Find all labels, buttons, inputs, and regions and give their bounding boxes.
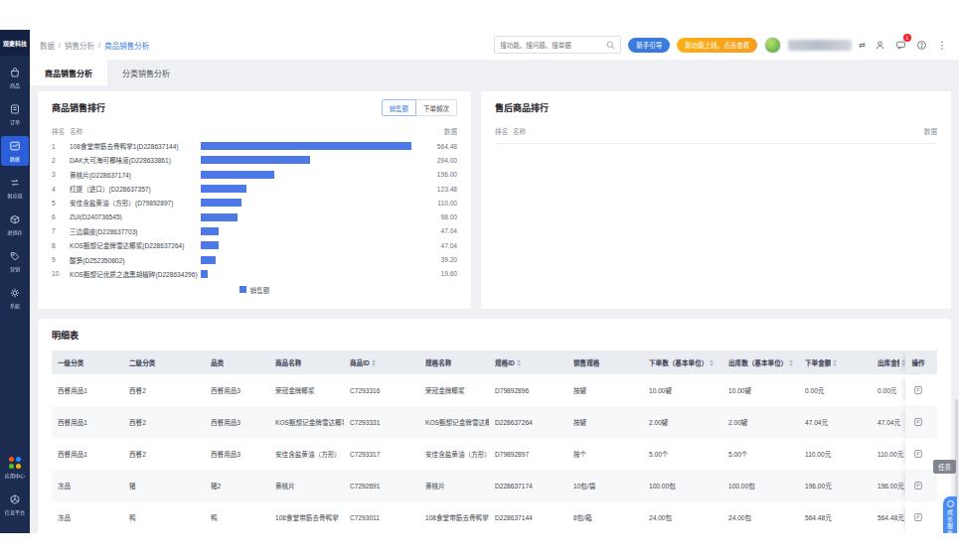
column-header-label: 销售规格 [573, 357, 599, 367]
bar-track [201, 270, 415, 278]
search-input[interactable] [500, 42, 602, 49]
cell: 按个 [567, 449, 643, 459]
sidebar-item-orders[interactable]: 订单 [1, 99, 29, 129]
view-document-icon[interactable] [913, 481, 923, 490]
support-icon[interactable] [873, 38, 886, 52]
chart-row: 4红提（进口）(D228637357)123.48 [52, 182, 457, 196]
breadcrumb-sales-analysis[interactable]: 销售分析 [65, 40, 94, 51]
cell: 黄桃片 [419, 481, 489, 490]
column-header-label: 品类 [211, 357, 224, 367]
cell: D228637264 [489, 419, 567, 426]
cell: 西餐用品3 [205, 417, 269, 427]
cell: 0.00元 [799, 385, 872, 395]
sort-icon[interactable] [833, 359, 837, 366]
rank-number: 8 [52, 242, 70, 249]
chart-row: 9酸笋(D252350802)39.20 [52, 252, 457, 266]
detail-table: 一级分类二级分类品类商品名称商品ID规格名称规格ID销售规格下单数（基本单位）出… [52, 350, 937, 533]
cell: 24.00包 [643, 512, 722, 522]
search-icon[interactable] [606, 36, 615, 54]
sidebar-item-info-platform[interactable]: 信息平台 [1, 490, 29, 519]
sidebar-item-marketing[interactable]: 营销 [1, 246, 29, 276]
more-menu-icon[interactable]: ⋮ [935, 38, 949, 52]
cell: 108食堂带筋去骨鸭掌 [269, 512, 344, 522]
user-name-blurred [788, 40, 852, 51]
view-document-icon[interactable] [913, 417, 923, 427]
cell: C7292691 [344, 483, 419, 490]
new-feature-button[interactable]: 新功能上线，点击查看 [677, 38, 757, 53]
sidebar-item-app-center[interactable]: 应用中心 [1, 453, 29, 483]
toggle-order-frequency[interactable]: 下单频次 [415, 99, 457, 116]
switch-account-icon[interactable]: ⇄ [859, 41, 866, 50]
bar-track [201, 156, 415, 164]
help-icon[interactable] [914, 38, 928, 52]
app-frame: 观麦科技 商品 订单 数据 供应链 进销存 营销 系统 [0, 30, 959, 533]
sort-icon[interactable] [789, 359, 793, 366]
cell: 荣冠金牌椰浆 [419, 385, 489, 395]
view-document-icon[interactable] [913, 385, 923, 395]
sidebar-item-data[interactable]: 数据 [1, 136, 29, 166]
scrollbar-thumb[interactable] [955, 399, 958, 498]
growth-service-label: 成长服务 [946, 509, 955, 533]
column-header-label: 出库数（基本单位） [728, 357, 787, 367]
gear-icon [9, 287, 21, 299]
cell: D79892897 [489, 451, 567, 458]
tab-product-sales-analysis[interactable]: 商品销售分析 [30, 60, 107, 85]
avatar[interactable] [764, 37, 781, 54]
task-tag[interactable]: 任务 [933, 460, 956, 474]
column-header-10[interactable]: 出库数（基本单位） [722, 357, 799, 367]
column-header-label: 规格ID [495, 357, 515, 367]
action-cell [905, 501, 931, 533]
breadcrumb-separator: / [98, 41, 100, 50]
global-search[interactable] [494, 36, 621, 54]
action-cell [905, 470, 931, 501]
product-name: 黄桃片(D228637174) [70, 170, 201, 180]
column-header-5[interactable]: 商品ID [344, 357, 419, 367]
growth-service-tab[interactable]: 成长服务 [943, 496, 957, 533]
cell: 564.48元 [799, 512, 872, 522]
cell: 西餐2 [123, 385, 205, 395]
view-document-icon[interactable] [913, 449, 923, 459]
beginner-guide-button[interactable]: 新手引导 [628, 38, 670, 53]
sort-icon[interactable] [517, 359, 521, 366]
sort-icon[interactable] [710, 359, 714, 366]
cell: C7293317 [344, 451, 419, 458]
chart-row: 3黄桃片(D228637174)196.00 [52, 168, 457, 182]
cell: 2.00罐 [722, 417, 799, 427]
message-icon[interactable]: 1 [893, 38, 907, 52]
action-cell [905, 438, 931, 470]
column-header-3: 品类 [205, 357, 269, 367]
chart-legend: 销售额 [52, 285, 457, 295]
sales-value: 39.20 [415, 256, 457, 263]
column-header-label: 下单数（基本单位） [649, 357, 708, 367]
sales-value: 564.48 [415, 143, 457, 150]
cell: 西餐用品1 [52, 385, 123, 395]
sort-icon[interactable] [372, 359, 376, 366]
cell: 110.00元 [799, 449, 872, 459]
column-header-12[interactable]: 出库金额 [872, 357, 905, 367]
cell: 24.00包 [722, 512, 799, 522]
cell: 鸭 [123, 512, 205, 522]
column-header-7[interactable]: 规格ID [489, 357, 567, 367]
cell: KOS甄想记金牌雪达椰浆 [269, 417, 344, 427]
cell: 5.00个 [722, 449, 799, 459]
sidebar-item-supply-chain[interactable]: 供应链 [1, 173, 29, 203]
chart-row: 10KOS甄想记优质之选黑胡椒碎(D228634296)19.60 [52, 267, 457, 281]
table-row: 西餐用品1西餐2西餐用品3安佳含盐黄油（方形）C7293317安佳含盐黄油（方形… [52, 438, 937, 470]
cell: 西餐用品3 [205, 385, 269, 395]
view-document-icon[interactable] [913, 512, 923, 522]
table-row: 冻品鸭鸭108食堂带筋去骨鸭掌C7293011108食堂带筋去骨鸭掌1D2286… [52, 501, 937, 533]
column-header-label: 商品名称 [275, 357, 301, 367]
rank-number: 6 [52, 213, 70, 220]
breadcrumb-data[interactable]: 数据 [40, 40, 55, 51]
cell: 冻品 [52, 481, 123, 490]
sidebar-item-system[interactable]: 系统 [1, 283, 29, 313]
toggle-sales-amount[interactable]: 销售额 [382, 99, 417, 116]
product-name: 红提（进口）(D228637357) [70, 184, 201, 194]
column-header-11[interactable]: 下单金额 [799, 357, 872, 367]
sidebar-item-goods[interactable]: 商品 [1, 63, 29, 92]
column-header-9[interactable]: 下单数（基本单位） [643, 357, 722, 367]
sidebar-item-inventory[interactable]: 进销存 [1, 210, 29, 239]
chart-row: 1108食堂带筋去骨鸭掌1(D228637144)564.48 [52, 139, 457, 153]
cell: 10.00罐 [643, 385, 722, 395]
tab-category-sales-analysis[interactable]: 分类销售分析 [107, 60, 185, 85]
